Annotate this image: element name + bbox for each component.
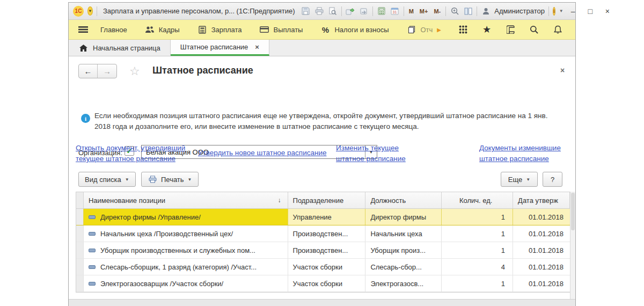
- favorites-star-icon[interactable]: ★: [482, 25, 492, 34]
- cell-department[interactable]: Производствен...: [288, 242, 366, 258]
- cell-text: Директор фирмы /Управление/: [100, 213, 201, 221]
- add-to-favorites-star-icon[interactable]: ☆: [129, 64, 140, 78]
- people-icon: [145, 25, 155, 34]
- all-functions-grid-icon[interactable]: [458, 25, 468, 34]
- table-row[interactable]: Директор фирмы /Управление/ Управление Д…: [76, 209, 570, 225]
- cell-position[interactable]: Слесарь-сбор...: [365, 259, 442, 275]
- receive-document-icon[interactable]: [359, 6, 369, 16]
- table-row[interactable]: Начальник цеха /Производственный цех/ Пр…: [76, 225, 570, 242]
- maximize-button[interactable]: □: [584, 8, 596, 15]
- cell-quantity[interactable]: 1: [442, 225, 513, 242]
- minimize-button[interactable]: –: [567, 8, 579, 15]
- print-preview-icon[interactable]: [328, 6, 338, 16]
- link-documents-changed-schedule[interactable]: Документы изменившие штатное расписание: [479, 143, 570, 164]
- menu-item-main[interactable]: Главное: [95, 26, 133, 34]
- close-button[interactable]: ×: [602, 8, 613, 15]
- menu-item-payments[interactable]: Выплаты: [254, 25, 309, 34]
- percent-icon: %: [320, 25, 330, 34]
- table-row[interactable]: Слесарь-сборщик, 1 разряд (категория) /У…: [76, 259, 570, 275]
- table-vertical-scrollbar[interactable]: [570, 192, 575, 306]
- history-icon[interactable]: [506, 25, 515, 34]
- cell-name[interactable]: Уборщик производственных и служебных пом…: [84, 242, 288, 258]
- user-icon: [481, 6, 491, 16]
- forward-button[interactable]: →: [98, 64, 116, 78]
- link-change-current-schedule[interactable]: Изменить текущее штатное расписание: [336, 143, 411, 164]
- column-label: Наименование позиции: [89, 196, 165, 205]
- cell-approval-date[interactable]: 01.01.2018: [513, 209, 570, 225]
- table-row[interactable]: Уборщик производственных и служебных пом…: [76, 242, 570, 259]
- cell-department[interactable]: Участок сборки: [288, 275, 366, 292]
- navigation-buttons: ← →: [78, 64, 117, 78]
- cell-name[interactable]: Электрогазосварщик /Участок сборки/: [84, 275, 288, 292]
- split-window-icon[interactable]: [463, 6, 473, 16]
- menu-item-taxes[interactable]: % Налоги и взносы: [315, 25, 394, 34]
- more-button[interactable]: Еще▼: [501, 172, 538, 187]
- cell-approval-date[interactable]: 01.01.2018: [513, 275, 570, 292]
- column-header-quantity[interactable]: Колич. ед.: [442, 192, 513, 208]
- menu-item-reports[interactable]: Отч ▶: [401, 25, 447, 34]
- scrollbar-thumb[interactable]: [571, 193, 575, 230]
- search-icon[interactable]: [529, 25, 539, 34]
- cell-department[interactable]: Управление: [288, 209, 366, 225]
- info-menu-icon[interactable]: i: [553, 7, 555, 16]
- menu-item-salary[interactable]: Зарплата: [192, 25, 247, 34]
- cell-quantity[interactable]: 4: [442, 259, 513, 275]
- help-button[interactable]: ?: [543, 172, 562, 187]
- form-content: ← → ☆ Штатное расписание × Организация: …: [69, 56, 575, 306]
- view-list-button[interactable]: Вид списка▼: [78, 172, 136, 187]
- info-menu-caret-icon[interactable]: ▼: [559, 9, 564, 13]
- hamburger-menu-icon[interactable]: [78, 25, 88, 34]
- table-row[interactable]: Электрогазосварщик /Участок сборки/ Учас…: [76, 275, 570, 292]
- cell-name[interactable]: Слесарь-сборщик, 1 разряд (категория) /У…: [84, 259, 288, 275]
- button-label: ?: [551, 176, 554, 184]
- cell-department[interactable]: Участок сборки: [288, 259, 366, 275]
- save-icon[interactable]: [301, 6, 311, 16]
- cell-approval-date[interactable]: 01.01.2018: [513, 259, 570, 275]
- cell-quantity[interactable]: 1: [442, 242, 513, 258]
- system-menu-caret-icon[interactable]: ▼: [87, 6, 93, 16]
- menu-item-personnel[interactable]: Кадры: [140, 25, 185, 34]
- notifications-bell-icon[interactable]: [553, 25, 562, 34]
- print-button[interactable]: Печать▼: [141, 172, 199, 187]
- link-approve-new-schedule[interactable]: Утвердить новое штатное расписание: [198, 148, 339, 158]
- cell-approval-date[interactable]: 01.01.2018: [513, 225, 570, 242]
- cell-position[interactable]: Электрогазосв...: [365, 275, 442, 292]
- cell-position[interactable]: Начальник цеха: [365, 225, 442, 242]
- link-open-approving-document[interactable]: Открыть документ, утвердивший текущее шт…: [76, 143, 201, 164]
- menu-label: Зарплата: [211, 26, 242, 34]
- column-header-position[interactable]: Должность: [365, 192, 442, 208]
- page-title: Штатное расписание: [152, 65, 253, 76]
- memory-recall-button[interactable]: M: [408, 8, 415, 14]
- info-message: Если необходимая позиция штатного распис…: [94, 111, 560, 132]
- cell-approval-date[interactable]: 01.01.2018: [513, 242, 570, 258]
- memory-add-button[interactable]: M+: [419, 8, 429, 14]
- form-close-icon[interactable]: ×: [560, 66, 565, 75]
- position-item-icon: [89, 249, 96, 252]
- cell-department[interactable]: Производствен...: [288, 225, 366, 242]
- column-header-approval-date[interactable]: Дата утверж: [513, 192, 570, 208]
- 1c-logo-icon: 1С: [73, 6, 84, 17]
- cell-position[interactable]: Уборщик произ...: [365, 242, 442, 258]
- menu-overflow-arrow-icon[interactable]: ▶: [437, 27, 441, 33]
- print-icon[interactable]: [314, 6, 324, 16]
- zoom-in-icon[interactable]: [450, 6, 459, 16]
- tab-home[interactable]: Начальная страница: [69, 40, 171, 56]
- current-user-label[interactable]: Администратор: [494, 7, 545, 15]
- cell-quantity[interactable]: 1: [442, 275, 513, 292]
- column-header-name[interactable]: Наименование позиции ↓: [84, 192, 288, 208]
- calculator-icon[interactable]: [377, 6, 386, 16]
- calendar-icon[interactable]: 31: [390, 6, 400, 16]
- cell-position[interactable]: Директор фирмы: [365, 209, 442, 225]
- cell-name[interactable]: Директор фирмы /Управление/: [84, 209, 288, 225]
- back-button[interactable]: ←: [79, 64, 98, 78]
- cell-quantity[interactable]: 1: [442, 209, 513, 225]
- tab-staffing-schedule[interactable]: Штатное расписание ×: [171, 40, 269, 56]
- column-header-department[interactable]: Подразделение: [288, 192, 366, 208]
- send-document-icon[interactable]: [346, 6, 355, 16]
- memory-subtract-button[interactable]: M-: [433, 8, 442, 14]
- sort-descending-icon[interactable]: ↓: [278, 196, 283, 204]
- tab-close-icon[interactable]: ×: [255, 43, 259, 51]
- row-service-cell: [76, 242, 84, 258]
- button-label: Вид списка: [85, 176, 121, 184]
- cell-name[interactable]: Начальник цеха /Производственный цех/: [84, 225, 288, 242]
